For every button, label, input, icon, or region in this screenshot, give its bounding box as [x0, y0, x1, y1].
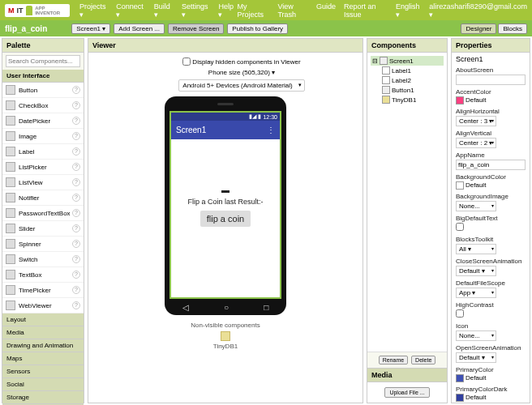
menu-language[interactable]: English ▾ — [396, 2, 421, 19]
screen-selector[interactable]: Screen1 ▾ — [71, 23, 110, 34]
prop-select-defaultfilescope[interactable]: App ▾ — [456, 288, 496, 298]
palette-item-label: Notifier — [19, 194, 39, 202]
palette-textbox[interactable]: TextBox? — [2, 267, 84, 283]
prop-input-appname[interactable] — [456, 160, 526, 170]
tree-tinydb1[interactable]: TinyDB1 — [380, 95, 444, 104]
palette-password[interactable]: PasswordTextBox? — [2, 206, 84, 221]
nonvis-tinydb[interactable]: TinyDB1 — [93, 343, 358, 350]
help-icon[interactable]: ? — [72, 271, 80, 279]
prop-select-icon[interactable]: None... — [456, 330, 496, 341]
menu-settings[interactable]: Settings ▾ — [182, 2, 210, 19]
help-icon[interactable]: ? — [72, 224, 80, 232]
link-report-issue[interactable]: Report an Issue — [344, 2, 388, 19]
palette-datepicker[interactable]: DatePicker? — [2, 113, 84, 129]
help-icon[interactable]: ? — [72, 209, 80, 217]
rename-button[interactable]: Rename — [379, 356, 408, 364]
designer-tab[interactable]: Designer — [461, 23, 496, 34]
help-icon[interactable]: ? — [72, 240, 80, 248]
cat-layout[interactable]: Layout — [2, 313, 84, 326]
help-icon[interactable]: ? — [72, 286, 80, 294]
prop-check-highcontrast[interactable] — [456, 309, 464, 318]
back-icon: ◁ — [182, 303, 189, 312]
palette-timepicker[interactable]: TimePicker? — [2, 283, 84, 298]
button1-preview[interactable]: flip a coin — [200, 211, 251, 227]
help-icon[interactable]: ? — [72, 255, 80, 263]
app-title-bar: Screen1 ⋮ — [171, 121, 280, 139]
link-view-trash[interactable]: View Trash — [277, 2, 308, 19]
display-hidden-checkbox[interactable] — [182, 58, 191, 66]
menu-connect[interactable]: Connect ▾ — [116, 2, 145, 19]
prop-select-openscreenanimation[interactable]: Default ▾ — [456, 352, 496, 363]
prop-select-blockstoolkit[interactable]: All ▾ — [456, 244, 496, 254]
expand-icon[interactable]: ⊟ — [372, 58, 378, 65]
label2-preview[interactable]: Flip a Coin last Result:- — [187, 198, 263, 206]
prop-value[interactable]: Default — [466, 96, 486, 104]
help-icon[interactable]: ? — [72, 163, 80, 171]
phone-size-label[interactable]: Phone size (505,320) ▾ — [208, 69, 275, 76]
tree-button1[interactable]: Button1 — [380, 85, 444, 95]
palette-slider[interactable]: Slider? — [2, 221, 84, 237]
palette-image[interactable]: Image? — [2, 129, 84, 144]
prop-value[interactable]: Default — [466, 394, 486, 401]
cat-drawing[interactable]: Drawing and Animation — [2, 339, 84, 352]
tree-label1[interactable]: Label1 — [380, 66, 444, 75]
menu-account[interactable]: alirezasharifi8290@gmail.com ▾ — [429, 2, 527, 19]
cat-media[interactable]: Media — [2, 326, 84, 339]
prop-select-alignvertical[interactable]: Center : 2 ▾ — [456, 138, 496, 148]
viewer-body: Display hidden components in Viewer Phon… — [88, 53, 363, 403]
link-my-projects[interactable]: My Projects — [238, 2, 270, 19]
upload-file-button[interactable]: Upload File ... — [384, 387, 429, 398]
help-icon[interactable]: ? — [72, 86, 80, 94]
prop-select-backgroundimage[interactable]: None... — [456, 201, 496, 211]
tree-screen1[interactable]: ⊟Screen1 — [371, 56, 444, 66]
help-icon[interactable]: ? — [72, 178, 80, 186]
palette-webviewer[interactable]: WebViewer? — [2, 298, 84, 313]
overflow-menu-icon[interactable]: ⋮ — [267, 126, 275, 134]
cat-sensors[interactable]: Sensors — [2, 365, 84, 378]
menu-help[interactable]: Help ▾ — [218, 2, 237, 19]
palette-listpicker[interactable]: ListPicker? — [2, 160, 84, 175]
remove-screen-button[interactable]: Remove Screen — [168, 23, 224, 34]
tree-label2[interactable]: Label2 — [380, 75, 444, 85]
prop-select-alignhorizontal[interactable]: Center : 3 ▾ — [456, 116, 496, 126]
prop-backgroundimage: BackgroundImageNone... — [456, 193, 526, 211]
help-icon[interactable]: ? — [72, 301, 80, 309]
help-icon[interactable]: ? — [72, 132, 80, 140]
phone-screen[interactable]: ▮◢ ▮ 12:30 Screen1 ⋮ Flip a Coin last Re… — [169, 111, 281, 299]
prop-select-closescreenanimation[interactable]: Default ▾ — [456, 266, 496, 276]
help-icon[interactable]: ? — [72, 147, 80, 156]
publish-gallery-button[interactable]: Publish to Gallery — [227, 23, 288, 34]
prop-label: Icon — [456, 322, 526, 330]
prop-value[interactable]: Default — [466, 181, 486, 189]
prop-check-bigdefaulttext[interactable] — [456, 223, 464, 231]
palette-notifier[interactable]: Notifier? — [2, 190, 84, 206]
logo-m: M — [8, 6, 15, 15]
blocks-tab[interactable]: Blocks — [498, 23, 527, 34]
menu-build[interactable]: Build ▾ — [154, 2, 174, 19]
palette-label[interactable]: Label? — [2, 144, 84, 160]
device-type-select[interactable]: Android 5+ Devices (Android Material) — [178, 79, 304, 92]
delete-button[interactable]: Delete — [411, 356, 435, 364]
palette-spinner[interactable]: Spinner? — [2, 237, 84, 252]
palette-button[interactable]: Button? — [2, 83, 84, 98]
prop-value[interactable]: Default — [466, 374, 486, 382]
menu-projects[interactable]: Projects ▾ — [79, 2, 108, 19]
prop-input-aboutscreen[interactable] — [456, 75, 526, 85]
palette-checkbox[interactable]: CheckBox? — [2, 98, 84, 113]
prop-label: AlignVertical — [456, 130, 526, 137]
cat-storage[interactable]: Storage — [2, 391, 84, 404]
help-icon[interactable]: ? — [72, 101, 80, 109]
link-guide[interactable]: Guide — [316, 2, 336, 19]
display-hidden-toggle[interactable]: Display hidden components in Viewer — [182, 58, 300, 66]
palette-listview[interactable]: ListView? — [2, 175, 84, 190]
palette-switch[interactable]: Switch? — [2, 252, 84, 267]
help-icon[interactable]: ? — [72, 194, 80, 202]
palette-search[interactable] — [6, 55, 80, 67]
cat-user-interface[interactable]: User Interface — [2, 70, 84, 83]
cat-maps[interactable]: Maps — [2, 352, 84, 365]
palette-item-label: Label — [19, 148, 35, 156]
add-screen-button[interactable]: Add Screen ... — [114, 23, 165, 34]
cat-social[interactable]: Social — [2, 378, 84, 391]
label1-preview[interactable] — [221, 190, 230, 193]
help-icon[interactable]: ? — [72, 117, 80, 125]
